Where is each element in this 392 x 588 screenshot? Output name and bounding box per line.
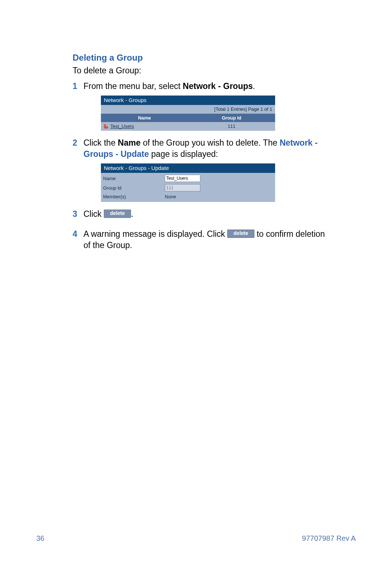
step-number: 1 [73, 81, 83, 132]
step-body: Click delete. [83, 208, 327, 223]
group-icon [103, 124, 109, 129]
form-row-members: Member(s) None [103, 192, 273, 201]
step-body: From the menu bar, select Network - Grou… [83, 81, 327, 132]
step-body: Click the Name of the Group you wish to … [83, 137, 327, 203]
menu-path: Network - Groups [183, 81, 253, 91]
column-header-name: Name [101, 114, 188, 122]
form-row-name: Name [103, 174, 273, 183]
page-footer: 36 97707987 Rev A [36, 534, 356, 543]
step-text: A warning message is displayed. Click [83, 229, 227, 239]
panel-body: Name Group Id Member(s) None [101, 173, 275, 202]
table-header-row: Name Group Id [101, 114, 275, 122]
form-row-id: Group Id [103, 183, 273, 192]
panel-pager: [Total 1 Entries] Page 1 of 1 [101, 105, 275, 114]
step-1: 1 From the menu bar, select Network - Gr… [73, 81, 327, 132]
step-text: Click [83, 209, 104, 219]
groups-list-screenshot: Network - Groups [Total 1 Entries] Page … [101, 96, 275, 131]
field-label: Name [103, 175, 165, 182]
svg-point-0 [104, 124, 106, 126]
cell-id: 111 [188, 122, 275, 131]
step-body: A warning message is displayed. Click de… [83, 228, 327, 255]
page-content: Deleting a Group To delete a Group: 1 Fr… [73, 53, 327, 260]
delete-button[interactable]: delete [227, 230, 254, 238]
svg-rect-2 [104, 126, 108, 129]
step-4: 4 A warning message is displayed. Click … [73, 228, 327, 255]
step-text: of the Group you wish to delete. The [140, 138, 279, 147]
step-text: page is displayed: [149, 149, 218, 159]
members-value: None [165, 194, 176, 200]
page-number: 36 [36, 534, 44, 543]
step-3: 3 Click delete. [73, 208, 327, 223]
panel-title: Network - Groups - Update [101, 163, 275, 173]
group-name-link[interactable]: Test_Users [110, 123, 134, 130]
step-text: Click the [83, 138, 118, 147]
doc-revision: 97707987 Rev A [302, 534, 356, 543]
table-row: Test_Users 111 [101, 122, 275, 131]
intro-text: To delete a Group: [73, 66, 327, 76]
id-input [165, 184, 200, 191]
step-text: From the menu bar, select [83, 81, 183, 91]
delete-button[interactable]: delete [104, 210, 131, 218]
field-label: Member(s) [103, 194, 165, 200]
group-update-screenshot: Network - Groups - Update Name Group Id … [101, 163, 275, 202]
step-2: 2 Click the Name of the Group you wish t… [73, 137, 327, 203]
column-header-id: Group Id [188, 114, 275, 122]
panel-title: Network - Groups [101, 96, 275, 105]
section-heading: Deleting a Group [73, 53, 327, 63]
emphasis: Name [118, 138, 141, 147]
step-number: 3 [73, 208, 83, 223]
svg-point-1 [106, 125, 108, 127]
step-number: 4 [73, 228, 83, 255]
field-label: Group Id [103, 185, 165, 191]
step-text: . [253, 81, 255, 91]
steps-list: 1 From the menu bar, select Network - Gr… [73, 81, 327, 255]
step-number: 2 [73, 137, 83, 203]
step-text: . [131, 209, 133, 219]
name-input[interactable] [165, 175, 200, 182]
cell-name: Test_Users [101, 122, 188, 131]
